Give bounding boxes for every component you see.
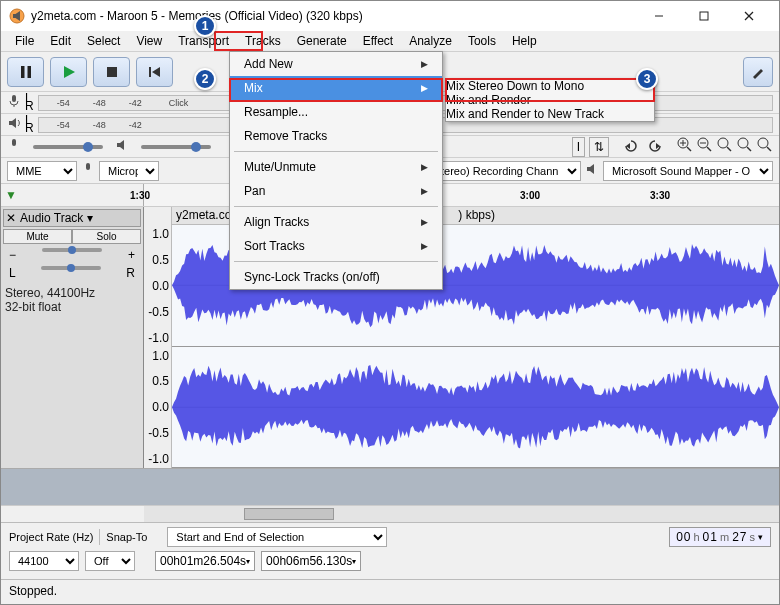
svg-line-28 [747,147,751,151]
svg-rect-14 [12,139,16,146]
audio-position-display: 00h 01m 27s▾ [669,527,771,547]
step-badge-1: 1 [194,15,216,37]
svg-rect-2 [700,12,708,20]
menu-tracks[interactable]: Tracks [237,32,289,50]
speaker-gain-icon [115,138,129,155]
menu-mix-stereo-to-mono[interactable]: Mix Stereo Down to Mono [446,79,654,93]
menu-tools[interactable]: Tools [460,32,504,50]
step-badge-2: 2 [194,68,216,90]
svg-rect-9 [149,67,151,77]
app-icon [9,8,25,24]
solo-button[interactable]: Solo [72,229,141,244]
close-button[interactable] [726,2,771,30]
svg-marker-13 [9,118,16,128]
pause-button[interactable] [7,57,44,87]
skip-start-button[interactable] [136,57,173,87]
title-bar: y2meta.com - Maroon 5 - Memories (Offici… [1,1,779,31]
zoom-toggle-button[interactable] [757,137,773,156]
track-header: ✕ Audio Track ▾ [3,209,141,227]
playback-gain-slider[interactable] [141,145,211,149]
menu-effect[interactable]: Effect [355,32,401,50]
svg-line-30 [767,147,771,151]
selection-start-input[interactable]: 00h01m26.504s▾ [155,551,255,571]
undo-button[interactable] [623,138,641,155]
selection-end-input[interactable]: 00h06m56.130s▾ [261,551,361,571]
record-gain-slider[interactable] [33,145,103,149]
speaker-device-icon [585,162,599,179]
menu-pan[interactable]: Pan▶ [230,179,442,203]
playback-device-select[interactable]: Microsoft Sound Mapper - O [603,161,773,181]
svg-marker-32 [587,164,594,174]
fit-project-button[interactable] [737,137,753,156]
menu-remove-tracks[interactable]: Remove Tracks [230,124,442,148]
menu-mute-unmute[interactable]: Mute/Unmute▶ [230,155,442,179]
tracks-dropdown-menu: Add New▶ Mix▶ Resample... Remove Tracks … [229,51,443,290]
menu-mix-and-render[interactable]: Mix and Render [446,93,654,107]
status-bar: Stopped. [1,579,779,601]
track-close-button[interactable]: ✕ [4,211,18,225]
draw-tool-button[interactable] [743,57,773,87]
menu-add-new[interactable]: Add New▶ [230,52,442,76]
mic-device-icon [81,162,95,179]
maximize-button[interactable] [681,2,726,30]
menu-help[interactable]: Help [504,32,545,50]
play-button[interactable] [50,57,87,87]
status-text: Stopped. [9,584,57,598]
menu-view[interactable]: View [128,32,170,50]
snap-to-select[interactable]: Off [85,551,135,571]
envelope-tool-icon[interactable]: ⇅ [589,137,609,157]
horizontal-scrollbar [1,505,779,522]
selection-format-select[interactable]: Start and End of Selection [167,527,387,547]
step-badge-3: 3 [636,68,658,90]
host-select[interactable]: MME [7,161,77,181]
redo-button[interactable] [645,138,663,155]
menu-bar: File Edit Select View Transport Tracks G… [1,31,779,51]
cursor-tool-icon[interactable]: I [572,137,585,157]
svg-point-27 [738,138,748,148]
menu-mix-and-render-new[interactable]: Mix and Render to New Track [446,107,654,121]
menu-select[interactable]: Select [79,32,128,50]
svg-line-19 [687,147,691,151]
menu-sync-lock[interactable]: Sync-Lock Tracks (on/off) [230,265,442,289]
mute-button[interactable]: Mute [3,229,72,244]
timeline-controls: ▼ [1,184,144,206]
zoom-out-button[interactable] [697,137,713,156]
project-rate-select[interactable]: 44100 [9,551,79,571]
svg-line-26 [727,147,731,151]
selection-toolbar: Project Rate (Hz) Snap-To Start and End … [1,522,779,579]
empty-track-area[interactable] [1,469,779,505]
mic-icon [7,94,21,111]
menu-align-tracks[interactable]: Align Tracks▶ [230,210,442,234]
menu-analyze[interactable]: Analyze [401,32,460,50]
pan-slider[interactable] [41,266,101,270]
scrollbar-thumb[interactable] [244,508,334,520]
stop-button[interactable] [93,57,130,87]
pin-icon[interactable]: ▼ [5,188,17,202]
track-format-info: Stereo, 44100Hz 32-bit float [3,286,141,314]
waveform-right-channel[interactable] [172,347,779,469]
scrollbar-track[interactable] [144,506,779,522]
amplitude-scale: 1.00.50.0-0.5-1.0 1.00.50.0-0.5-1.0 [144,207,172,468]
menu-edit[interactable]: Edit [42,32,79,50]
minimize-button[interactable] [636,2,681,30]
menu-resample[interactable]: Resample... [230,100,442,124]
svg-rect-31 [86,163,90,170]
svg-rect-8 [107,67,117,77]
menu-sort-tracks[interactable]: Sort Tracks▶ [230,234,442,258]
window-title: y2meta.com - Maroon 5 - Memories (Offici… [31,9,636,23]
record-channels-select[interactable]: (Stereo) Recording Chann [421,161,581,181]
menu-generate[interactable]: Generate [289,32,355,50]
speaker-icon [7,116,21,133]
track-dropdown[interactable]: Audio Track ▾ [18,210,140,226]
svg-point-25 [718,138,728,148]
record-device-select[interactable]: Microph [99,161,159,181]
menu-file[interactable]: File [7,32,42,50]
gain-slider[interactable] [42,248,102,252]
svg-marker-7 [64,66,75,78]
fit-selection-button[interactable] [717,137,733,156]
zoom-in-button[interactable] [677,137,693,156]
svg-marker-10 [152,67,160,77]
track-control-panel: ✕ Audio Track ▾ Mute Solo − + L R Stereo… [1,207,144,468]
menu-mix[interactable]: Mix▶ [230,76,442,100]
svg-rect-11 [12,95,16,102]
